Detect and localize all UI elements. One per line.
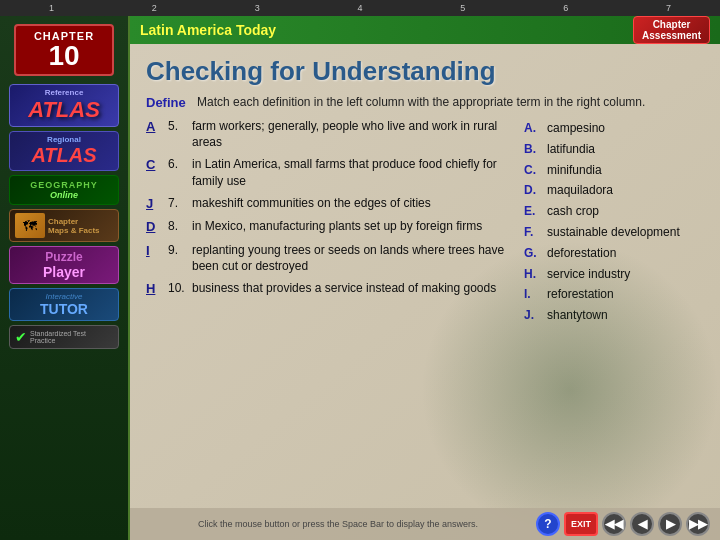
question-row: A 5. farm workers; generally, people who… [146, 118, 508, 150]
right-text-maquiladora: maquiladora [547, 182, 704, 199]
left-column: A 5. farm workers; generally, people who… [146, 118, 508, 324]
q-number-10: 10. [168, 280, 188, 298]
ruler-6: 6 [514, 3, 617, 13]
right-text-sustainable: sustainable development [547, 224, 704, 241]
exit-button[interactable]: EXIT [564, 512, 598, 536]
puzzle-label: Puzzle [15, 250, 113, 264]
right-letter-h: H. [524, 266, 542, 283]
sidebar-item-regional-atlas[interactable]: Regional ATLAS [9, 131, 119, 171]
list-item: I. reforestation [524, 286, 704, 303]
answer-i: I [146, 242, 164, 274]
sidebar: CHAPTER 10 Reference ATLAS Regional ATLA… [0, 16, 130, 540]
check-icon: ✔ [15, 329, 27, 345]
right-letter-e: E. [524, 203, 542, 220]
list-item: F. sustainable development [524, 224, 704, 241]
q-number-8: 8. [168, 218, 188, 236]
right-text-service: service industry [547, 266, 704, 283]
right-letter-j: J. [524, 307, 542, 324]
interactive-label: Interactive [15, 292, 113, 301]
answer-c: C [146, 156, 164, 188]
prev-button[interactable]: ◀ [630, 512, 654, 536]
main-content: Latin America Today Chapter Assessment C… [130, 16, 720, 540]
question-row: D 8. in Mexico, manufacturing plants set… [146, 218, 508, 236]
assessment-line1: Chapter [642, 19, 701, 30]
list-item: E. cash crop [524, 203, 704, 220]
right-letter-f: F. [524, 224, 542, 241]
right-column: A. campesino B. latifundia C. minifundia… [524, 118, 704, 324]
list-item: G. deforestation [524, 245, 704, 262]
assessment-line2: Assessment [642, 30, 701, 41]
right-text-deforestation: deforestation [547, 245, 704, 262]
tutor-label: TUTOR [15, 301, 113, 317]
chapter-box: CHAPTER 10 [14, 24, 114, 76]
ruler-1: 1 [0, 3, 103, 13]
q-number-5: 5. [168, 118, 188, 150]
next-button[interactable]: ▶ [658, 512, 682, 536]
bottom-bar: Click the mouse button or press the Spac… [130, 508, 720, 540]
right-letter-i: I. [524, 286, 542, 303]
player-label: Player [15, 264, 113, 280]
sidebar-item-geography-online[interactable]: GEOGRAPHY Online [9, 175, 119, 205]
q-text-9: replanting young trees or seeds on lands… [192, 242, 508, 274]
right-letter-a: A. [524, 120, 542, 137]
list-item: J. shantytown [524, 307, 704, 324]
chapter-number: 10 [24, 42, 104, 70]
ruler-5: 5 [411, 3, 514, 13]
ruler-4: 4 [309, 3, 412, 13]
help-button[interactable]: ? [536, 512, 560, 536]
regional-label: Regional [15, 135, 113, 144]
q-text-6: in Latin America, small farms that produ… [192, 156, 508, 188]
question-row: C 6. in Latin America, small farms that … [146, 156, 508, 188]
right-text-latifundia: latifundia [547, 141, 704, 158]
ruler-bar: 1 2 3 4 5 6 7 [0, 0, 720, 16]
list-item: B. latifundia [524, 141, 704, 158]
answer-a: A [146, 118, 164, 150]
right-letter-d: D. [524, 182, 542, 199]
right-text-cash-crop: cash crop [547, 203, 704, 220]
chapter-assessment-button[interactable]: Chapter Assessment [633, 16, 710, 44]
sidebar-item-puzzle-player[interactable]: Puzzle Player [9, 246, 119, 284]
sidebar-item-reference-atlas[interactable]: Reference ATLAS [9, 84, 119, 127]
list-item: H. service industry [524, 266, 704, 283]
reference-label: Reference [15, 88, 113, 97]
online-label: Online [15, 190, 113, 200]
answer-d: D [146, 218, 164, 236]
ruler-2: 2 [103, 3, 206, 13]
right-letter-g: G. [524, 245, 542, 262]
question-row: J 7. makeshift communities on the edges … [146, 195, 508, 213]
chapter-maps-label: ChapterMaps & Facts [48, 217, 100, 235]
q-number-9: 9. [168, 242, 188, 274]
q-number-6: 6. [168, 156, 188, 188]
first-button[interactable]: ◀◀ [602, 512, 626, 536]
sidebar-item-interactive-tutor[interactable]: Interactive TUTOR [9, 288, 119, 321]
right-text-campesino: campesino [547, 120, 704, 137]
geography-label: GEOGRAPHY [15, 180, 113, 190]
right-text-reforestation: reforestation [547, 286, 704, 303]
question-row: H 10. business that provides a service i… [146, 280, 508, 298]
atlas-label: ATLAS [15, 97, 113, 123]
sidebar-item-standardized-test[interactable]: ✔ Standardized Test Practice [9, 325, 119, 349]
answer-j: J [146, 195, 164, 213]
standardized-test-label: Standardized Test Practice [30, 330, 113, 344]
define-label: Define [146, 95, 186, 110]
questions-columns: A 5. farm workers; generally, people who… [146, 118, 704, 324]
last-button[interactable]: ▶▶ [686, 512, 710, 536]
q-text-5: farm workers; generally, people who live… [192, 118, 508, 150]
atlas2-label: ATLAS [15, 144, 113, 167]
sidebar-item-chapter-maps[interactable]: 🗺 ChapterMaps & Facts [9, 209, 119, 242]
ruler-3: 3 [206, 3, 309, 13]
list-item: C. minifundia [524, 162, 704, 179]
q-number-7: 7. [168, 195, 188, 213]
page-title: Checking for Understanding [146, 56, 704, 87]
page-subtitle: Latin America Today [140, 22, 276, 38]
q-text-8: in Mexico, manufacturing plants set up b… [192, 218, 508, 236]
right-letter-b: B. [524, 141, 542, 158]
content-area: Checking for Understanding Define Match … [130, 44, 720, 540]
right-text-shantytown: shantytown [547, 307, 704, 324]
q-text-7: makeshift communities on the edges of ci… [192, 195, 508, 213]
list-item: A. campesino [524, 120, 704, 137]
nav-buttons: ? EXIT ◀◀ ◀ ▶ ▶▶ [536, 512, 710, 536]
q-text-10: business that provides a service instead… [192, 280, 508, 298]
define-text: Match each definition in the left column… [197, 95, 645, 110]
answer-h: H [146, 280, 164, 298]
